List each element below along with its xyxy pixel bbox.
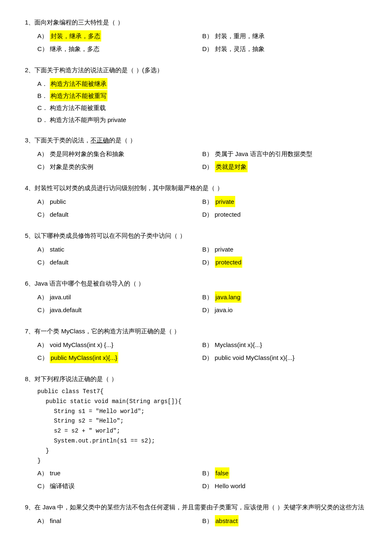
option-q8b: B）false: [202, 467, 368, 479]
question-title-q1: 1、面向对象编程的三大特性是（ ）: [25, 17, 367, 28]
question-q8: 8、对下列程序说法正确的是（ ）public class Test7{publi…: [25, 373, 367, 492]
quiz-container: 1、面向对象编程的三大特性是（ ）A）封装，继承，多态B）封装，重用，继承C）继…: [25, 17, 367, 527]
question-q3: 3、下面关于类的说法，不正确的是（ ）A）类是同种对象的集合和抽象B）类属于 J…: [25, 134, 367, 173]
options-grid-q8: A）trueB）falseC）编译错误D）Hello world: [25, 467, 367, 492]
option-q2a: A．构造方法不能被继承: [37, 78, 367, 89]
option-q3d: D）类就是对象: [202, 161, 368, 172]
option-q2c: C．构造方法不能被重载: [37, 102, 367, 113]
option-q5c: C）default: [37, 257, 202, 268]
options-grid-q4: A）publicB）privateC）defaultD）protected: [25, 196, 367, 221]
option-q3c: C）对象是类的实例: [37, 161, 202, 172]
question-title-q3: 3、下面关于类的说法，不正确的是（ ）: [25, 134, 367, 146]
question-title-q8: 8、对下列程序说法正确的是（ ）: [25, 373, 367, 384]
question-q4: 4、封装性可以对类的成员进行访问级别控制，其中限制最严格的是（ ）A）publi…: [25, 182, 367, 221]
question-q6: 6、Java 语言中哪个包是被自动导入的（ ）A）java.utilB）java…: [25, 278, 367, 316]
option-q2b: B．构造方法不能被重写: [37, 90, 367, 101]
option-q4c: C）default: [37, 209, 202, 220]
option-q7a: A）void MyClass(int x) {...}: [37, 339, 202, 350]
option-q5a: A）static: [37, 244, 202, 255]
option-q3b: B）类属于 Java 语言中的引用数据类型: [202, 148, 368, 159]
options-grid-q6: A）java.utilB）java.langC）java.defaultD）ja…: [25, 291, 367, 316]
option-q4b: B）private: [202, 196, 368, 207]
option-q8c: C）编译错误: [37, 480, 202, 491]
option-q6b: B）java.lang: [202, 291, 368, 303]
option-q6c: C）java.default: [37, 304, 202, 315]
option-q7d: D）public void MyClass(int x){...}: [202, 352, 368, 363]
question-q7: 7、有一个类 MyClass，它的构造方法声明正确的是（ ）A）void MyC…: [25, 325, 367, 364]
option-q1d: D）封装，灵活，抽象: [202, 43, 368, 54]
option-q4d: D）protected: [202, 209, 368, 220]
question-q1: 1、面向对象编程的三大特性是（ ）A）封装，继承，多态B）封装，重用，继承C）继…: [25, 17, 367, 55]
option-q6a: A）java.util: [37, 291, 202, 303]
option-q8a: A）true: [37, 467, 202, 479]
option-q6d: D）java.io: [202, 304, 368, 315]
question-title-q7: 7、有一个类 MyClass，它的构造方法声明正确的是（ ）: [25, 325, 367, 337]
option-q1b: B）封装，重用，继承: [202, 30, 368, 42]
option-q1c: C）继承，抽象，多态: [37, 43, 202, 54]
question-title-q6: 6、Java 语言中哪个包是被自动导入的（ ）: [25, 278, 367, 289]
option-q5d: D）protected: [202, 257, 368, 268]
options-grid-q5: A）staticB）privateC）defaultD）protected: [25, 244, 367, 269]
option-q7c: C）public MyClass(int x){...}: [37, 352, 202, 363]
option-q1a: A）封装，继承，多态: [37, 30, 202, 42]
option-q3a: A）类是同种对象的集合和抽象: [37, 148, 202, 159]
question-q2: 2、下面关于构造方法的说法正确的是（ ）(多选）A．构造方法不能被继承B．构造方…: [25, 64, 367, 125]
question-q9: 9、在 Java 中，如果父类中的某些方法不包含任何逻辑，并且需要由子类重写，应…: [25, 501, 367, 527]
option-q7b: B）Myclass(int x){...}: [202, 339, 368, 350]
question-title-q4: 4、封装性可以对类的成员进行访问级别控制，其中限制最严格的是（ ）: [25, 182, 367, 193]
options-grid-q7: A）void MyClass(int x) {...}B）Myclass(int…: [25, 339, 367, 364]
option-q8d: D）Hello world: [202, 480, 368, 491]
option-q5b: B）private: [202, 244, 368, 255]
question-title-q9: 9、在 Java 中，如果父类中的某些方法不包含任何逻辑，并且需要由子类重写，应…: [25, 501, 367, 513]
option-q2d: D．构造方法不能声明为 private: [37, 114, 367, 125]
options-grid-q1: A）封装，继承，多态B）封装，重用，继承C）继承，抽象，多态D）封装，灵活，抽象: [25, 30, 367, 55]
option-q9a: A）final: [37, 515, 202, 526]
options-grid-q9: A）finalB）abstract: [25, 515, 367, 527]
options-single-q2: A．构造方法不能被继承B．构造方法不能被重写C．构造方法不能被重载D．构造方法不…: [25, 78, 367, 125]
option-q9b: B）abstract: [202, 515, 368, 526]
option-q4a: A）public: [37, 196, 202, 207]
question-q5: 5、以下哪种类成员修饰符可以在不同包的子类中访问（ ）A）staticB）pri…: [25, 230, 367, 269]
code-block-q8: public class Test7{public static void ma…: [37, 387, 367, 466]
options-grid-q3: A）类是同种对象的集合和抽象B）类属于 Java 语言中的引用数据类型C）对象是…: [25, 148, 367, 173]
question-title-q2: 2、下面关于构造方法的说法正确的是（ ）(多选）: [25, 64, 367, 76]
question-title-q5: 5、以下哪种类成员修饰符可以在不同包的子类中访问（ ）: [25, 230, 367, 241]
